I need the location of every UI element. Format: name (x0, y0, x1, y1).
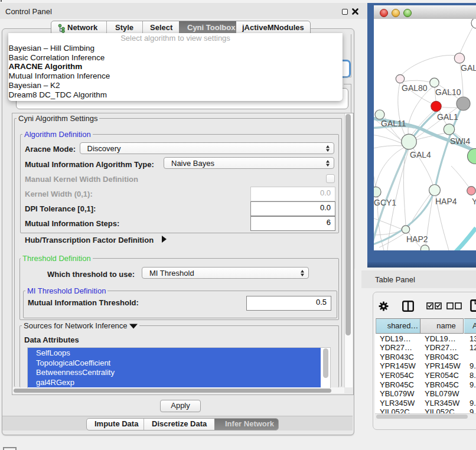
svg-text:GAL10: GAL10 (435, 87, 461, 97)
svg-text:HAP4: HAP4 (435, 197, 457, 206)
svg-text:HAP2: HAP2 (406, 234, 428, 244)
svg-text:GCY1: GCY1 (374, 198, 396, 207)
svg-text:GAL80: GAL80 (402, 83, 428, 93)
svg-text:GAL1: GAL1 (437, 112, 458, 122)
svg-text:SWI4: SWI4 (450, 136, 470, 146)
svg-text:Y: Y (472, 197, 476, 206)
svg-text:GAL11: GAL11 (381, 119, 406, 128)
svg-text:GAL2: GAL2 (461, 63, 476, 73)
svg-text:GAL4: GAL4 (410, 150, 431, 159)
